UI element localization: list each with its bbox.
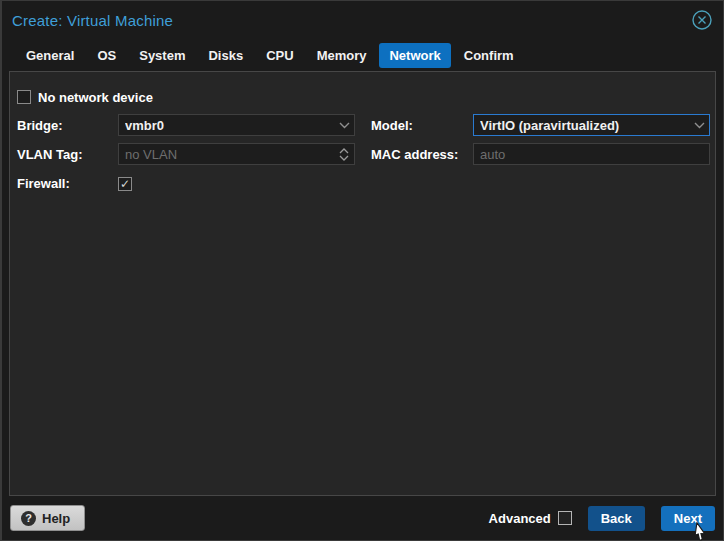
dialog-title: Create: Virtual Machine — [12, 12, 173, 29]
help-button-label: Help — [42, 511, 70, 526]
next-button[interactable]: Next — [661, 506, 715, 531]
bridge-input[interactable] — [119, 118, 334, 133]
vlan-tag-label: VLAN Tag: — [17, 147, 118, 162]
help-button[interactable]: ? Help — [10, 505, 85, 531]
tab-network[interactable]: Network — [379, 43, 450, 68]
tab-memory[interactable]: Memory — [307, 43, 377, 68]
advanced-checkbox[interactable] — [558, 511, 572, 525]
model-input[interactable] — [474, 118, 689, 133]
bridge-label: Bridge: — [17, 118, 118, 133]
create-vm-dialog: Create: Virtual Machine General OS Syste… — [0, 0, 724, 541]
spinner-icon[interactable] — [334, 144, 354, 164]
chevron-down-icon[interactable] — [689, 115, 709, 135]
close-icon[interactable] — [691, 9, 713, 31]
model-label: Model: — [355, 118, 473, 133]
dialog-titlebar: Create: Virtual Machine — [2, 1, 723, 39]
network-form: Bridge: Model: VLAN Tag: — [17, 114, 715, 194]
model-combobox[interactable] — [473, 114, 710, 136]
tab-os[interactable]: OS — [87, 43, 126, 68]
no-network-device-checkbox[interactable] — [17, 90, 31, 104]
bridge-combobox[interactable] — [118, 114, 355, 136]
tab-general[interactable]: General — [16, 43, 84, 68]
back-button[interactable]: Back — [588, 506, 645, 531]
tab-system[interactable]: System — [129, 43, 195, 68]
dialog-footer: ? Help Advanced Back Next — [2, 496, 723, 540]
tab-cpu[interactable]: CPU — [256, 43, 303, 68]
mac-address-label: MAC address: — [355, 147, 473, 162]
footer-actions: Advanced Back Next — [489, 506, 715, 531]
network-tab-panel: No network device Bridge: Model: VLAN Ta… — [9, 71, 716, 496]
advanced-label: Advanced — [489, 511, 551, 526]
no-network-device-row: No network device — [17, 86, 715, 108]
tab-confirm[interactable]: Confirm — [454, 43, 524, 68]
vlan-tag-spinner[interactable] — [118, 143, 355, 165]
no-network-device-label: No network device — [38, 90, 153, 105]
chevron-down-icon[interactable] — [334, 115, 354, 135]
firewall-checkbox[interactable]: ✓ — [118, 177, 132, 191]
tab-disks[interactable]: Disks — [198, 43, 253, 68]
wizard-tabbar: General OS System Disks CPU Memory Netwo… — [2, 39, 723, 71]
mac-address-input[interactable] — [474, 147, 709, 162]
vlan-tag-input[interactable] — [119, 147, 334, 162]
firewall-label: Firewall: — [17, 176, 118, 191]
help-icon: ? — [21, 511, 36, 526]
mac-address-field[interactable] — [473, 143, 710, 165]
firewall-cell: ✓ — [118, 174, 355, 192]
